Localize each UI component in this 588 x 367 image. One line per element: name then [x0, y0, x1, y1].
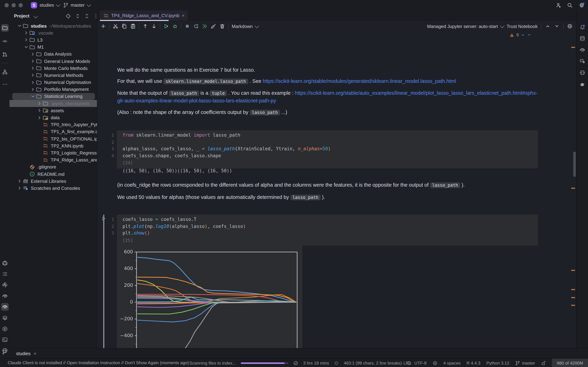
markdown-cell[interactable]: (in coefs_ridge the rows corresponded to… — [117, 181, 465, 189]
tab-close-icon[interactable]: × — [182, 13, 184, 18]
run-cell-button[interactable] — [164, 23, 169, 29]
chevron-right-icon[interactable] — [24, 30, 29, 36]
tree-row[interactable]: TP2_KNN.ipynb — [9, 142, 97, 149]
r-interpreter-indicator[interactable]: R 4.4.3 — [467, 360, 480, 366]
tree-row[interactable]: assets — [9, 107, 97, 114]
chevron-right-icon[interactable] — [24, 37, 29, 43]
error-stripe-mark[interactable] — [571, 305, 575, 306]
chevron-down-icon[interactable] — [30, 94, 36, 99]
notebook-editor[interactable]: 9 We will do the same questions as in Ex… — [97, 32, 576, 348]
git-tool-stripe-icon[interactable] — [2, 349, 7, 355]
project-switcher[interactable]: studies — [40, 2, 59, 8]
trust-notebook-button[interactable]: Trust Notebook — [507, 24, 538, 29]
inspection-widget[interactable]: 9 — [510, 33, 531, 37]
stop-kernel-button[interactable] — [184, 23, 190, 29]
chevron-right-icon[interactable] — [37, 115, 43, 120]
debug-cell-button[interactable] — [172, 23, 178, 29]
tree-row[interactable]: README.md — [9, 171, 97, 178]
tree-row[interactable]: .ipynb_checkpoints — [9, 100, 97, 107]
tree-row[interactable]: General Linear Models — [9, 58, 97, 65]
tree-row[interactable]: data — [9, 114, 97, 121]
highlighting-level-icon[interactable] — [432, 360, 437, 366]
collapse-all-button[interactable] — [84, 13, 90, 19]
notifications-button[interactable] — [579, 23, 586, 31]
encoding-indicator[interactable]: UTF-8 — [415, 360, 427, 366]
tab-tp4-ridge-lasso[interactable]: TP4_Ridge_Lasso_and_CV.ipynb × — [100, 10, 188, 21]
restart-kernel-button[interactable] — [193, 23, 199, 29]
tree-row[interactable]: .vscode — [9, 29, 97, 36]
branch-switcher[interactable]: master — [71, 2, 90, 8]
paste-cell-button[interactable] — [130, 23, 136, 29]
run-all-cells-button[interactable] — [202, 23, 208, 29]
database-tool-button[interactable] — [579, 35, 586, 42]
add-user-button[interactable] — [556, 2, 562, 8]
terminal-tool-button[interactable] — [1, 336, 9, 344]
tree-row[interactable]: Portfolio Management — [9, 86, 97, 93]
git-branch-indicator[interactable]: master — [515, 360, 535, 366]
error-stripe-mark[interactable] — [571, 47, 575, 48]
tree-row[interactable]: Scratches and Consoles — [9, 185, 97, 192]
tree-row[interactable]: Statistical Learning — [9, 93, 97, 100]
markdown-cell[interactable]: For that, we will use sklearn.linear_mod… — [117, 78, 456, 85]
copy-cell-button[interactable] — [121, 23, 127, 29]
memory-indicator[interactable]: 980 of 4200M — [552, 359, 588, 367]
tree-row[interactable]: TP4_Ridge_Lasso_and_CV.ip — [9, 156, 97, 163]
clear-outputs-button[interactable] — [211, 23, 216, 29]
jupyter-server-dropdown[interactable]: Managed Jupyter server: auto-start — [427, 24, 503, 29]
delete-cell-button[interactable] — [219, 23, 225, 29]
r-console-tool-button[interactable]: R — [1, 292, 9, 300]
code-cell[interactable]: from sklearn.linear_model import lasso_p… — [117, 130, 538, 168]
chevron-right-icon[interactable] — [30, 65, 36, 71]
select-opened-file-button[interactable] — [65, 13, 71, 19]
status-message[interactable]: Claude Client is not installed // Open I… — [8, 360, 189, 365]
markdown-cell[interactable]: We will do the same questions as in Exer… — [117, 67, 255, 74]
tree-row[interactable]: .gitignore — [9, 164, 97, 171]
line-ending-indicator[interactable]: LF — [403, 360, 408, 366]
error-stripe-mark[interactable] — [571, 289, 575, 290]
caret-position[interactable]: 483:1 (99 chars, 2 line breaks) — [344, 360, 402, 366]
chevron-right-icon[interactable] — [37, 101, 43, 106]
cell-type-dropdown[interactable]: Markdown — [232, 24, 258, 29]
error-stripe-mark[interactable] — [571, 188, 575, 189]
time-tracker-icon[interactable] — [294, 360, 298, 366]
move-cell-up-button[interactable] — [142, 23, 148, 29]
r-tools-tool-button-active[interactable]: R — [1, 303, 9, 311]
chevron-right-icon[interactable] — [30, 87, 36, 92]
tool-tab-close-icon[interactable]: × — [34, 351, 36, 356]
r-graphics-tool-button[interactable]: R — [579, 46, 586, 54]
graphql-tool-button[interactable] — [1, 259, 9, 267]
code-cell[interactable]: coefs_lasso = coefs_lasso.Tplt.plot(np.l… — [117, 215, 538, 246]
tree-row[interactable]: studies~/Workspace/studies — [9, 22, 97, 29]
chevron-right-icon[interactable] — [30, 80, 36, 85]
tree-row[interactable]: Numerical Methods — [9, 72, 97, 79]
tree-row[interactable]: TP0_Intro_Jupyter_Python.ip — [9, 121, 97, 128]
commit-tool-button[interactable] — [1, 37, 9, 45]
open-in-browser-button[interactable] — [567, 23, 573, 29]
git-tool-tab[interactable]: studies × — [16, 351, 36, 356]
error-stripe-mark[interactable] — [571, 297, 575, 298]
tree-row[interactable]: L3 — [9, 36, 97, 43]
tree-row[interactable]: M1 — [9, 43, 97, 50]
tree-row[interactable]: TP2_bis_OPTIONAL.ipynb — [9, 135, 97, 142]
tree-row[interactable]: TP3_Logistic_Regression_ar — [9, 150, 97, 156]
plugins-tool-button[interactable] — [579, 80, 586, 88]
project-tool-button[interactable] — [1, 24, 9, 32]
services-tool-button[interactable] — [1, 325, 9, 333]
markdown-cell[interactable]: We used 50 values for alphas (those valu… — [117, 194, 325, 201]
chevron-right-icon[interactable] — [30, 51, 36, 57]
python-interpreter-indicator[interactable]: Python 3.12 — [486, 360, 509, 366]
search-everywhere-button[interactable] — [567, 2, 573, 8]
editor-scrollbar-thumb[interactable] — [573, 152, 576, 177]
python-packages-tool-button[interactable] — [1, 281, 9, 289]
hyperlink[interactable]: glr-auto-examples-linear-model-plot-lass… — [117, 98, 276, 103]
tree-row[interactable]: TP1_A_first_example.ipynb — [9, 128, 97, 135]
panel-options-button[interactable] — [93, 13, 97, 19]
ai-assistant-tool-button[interactable] — [579, 57, 586, 65]
settings-button[interactable] — [579, 2, 585, 8]
chevron-down-icon[interactable] — [24, 44, 29, 50]
chevron-down-icon[interactable] — [17, 23, 23, 29]
chevron-right-icon[interactable] — [37, 108, 43, 113]
more-tool-windows-button[interactable] — [1, 80, 9, 88]
todo-tool-button[interactable] — [1, 270, 9, 278]
cut-cell-button[interactable] — [113, 23, 118, 29]
